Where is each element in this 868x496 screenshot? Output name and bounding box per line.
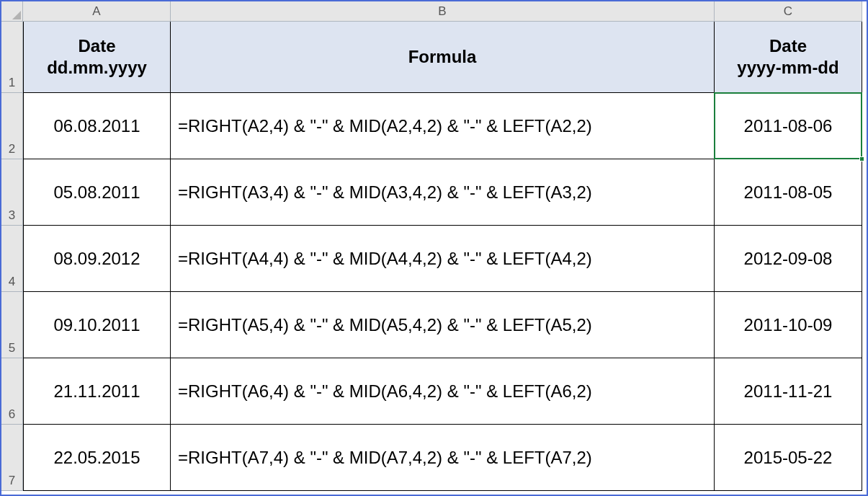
row-header-3[interactable]: 3 [1, 159, 23, 226]
cell-value: =RIGHT(A6,4) & "-" & MID(A6,4,2) & "-" &… [178, 381, 592, 402]
header-C-text: Date yyyy-mm-dd [737, 35, 838, 79]
cell-B6[interactable]: =RIGHT(A6,4) & "-" & MID(A6,4,2) & "-" &… [171, 358, 715, 425]
cell-B5[interactable]: =RIGHT(A5,4) & "-" & MID(A5,4,2) & "-" &… [171, 292, 715, 358]
row-header-5[interactable]: 5 [1, 292, 23, 358]
cell-C5[interactable]: 2011-10-09 [715, 292, 862, 358]
column-headers: A B C [23, 1, 862, 22]
cell-value: 22.05.2015 [53, 448, 140, 468]
cell-A5[interactable]: 09.10.2011 [23, 292, 171, 358]
spreadsheet: A B C 1234567 Date dd.mm.yyyy Formula Da… [0, 0, 868, 496]
cell-value: =RIGHT(A4,4) & "-" & MID(A4,4,2) & "-" &… [178, 249, 592, 269]
cell-C6[interactable]: 2011-11-21 [715, 358, 862, 425]
cell-value: =RIGHT(A7,4) & "-" & MID(A7,4,2) & "-" &… [178, 448, 592, 468]
header-cell-B[interactable]: Formula [171, 22, 715, 93]
row-header-7[interactable]: 7 [1, 425, 23, 491]
table-row: 08.09.2012=RIGHT(A4,4) & "-" & MID(A4,4,… [23, 226, 867, 292]
cell-C4[interactable]: 2012-09-08 [715, 226, 862, 292]
cell-A3[interactable]: 05.08.2011 [23, 159, 171, 226]
cell-value: 2011-08-06 [744, 116, 833, 136]
table-row: 22.05.2015=RIGHT(A7,4) & "-" & MID(A7,4,… [23, 425, 867, 491]
row-header-2[interactable]: 2 [1, 93, 23, 159]
table-row: 21.11.2011=RIGHT(A6,4) & "-" & MID(A6,4,… [23, 358, 867, 425]
table-row: 06.08.2011=RIGHT(A2,4) & "-" & MID(A2,4,… [23, 93, 867, 159]
cell-B7[interactable]: =RIGHT(A7,4) & "-" & MID(A7,4,2) & "-" &… [171, 425, 715, 491]
cell-C2[interactable]: 2011-08-06 [715, 93, 862, 159]
header-cell-A[interactable]: Date dd.mm.yyyy [23, 22, 171, 93]
col-header-A[interactable]: A [23, 1, 171, 22]
cell-A6[interactable]: 21.11.2011 [23, 358, 171, 425]
header-row: Date dd.mm.yyyy Formula Date yyyy-mm-dd [23, 22, 867, 93]
cell-value: =RIGHT(A3,4) & "-" & MID(A3,4,2) & "-" &… [178, 182, 592, 203]
cell-B3[interactable]: =RIGHT(A3,4) & "-" & MID(A3,4,2) & "-" &… [171, 159, 715, 226]
cell-value: 2011-10-09 [744, 315, 833, 335]
cell-value: 2011-11-21 [744, 381, 833, 402]
row-header-4[interactable]: 4 [1, 226, 23, 292]
cell-A2[interactable]: 06.08.2011 [23, 93, 171, 159]
cell-value: 2015-05-22 [744, 448, 833, 468]
row-header-6[interactable]: 6 [1, 358, 23, 425]
cell-grid: Date dd.mm.yyyy Formula Date yyyy-mm-dd … [23, 22, 867, 491]
cell-value: =RIGHT(A2,4) & "-" & MID(A2,4,2) & "-" &… [178, 116, 592, 136]
table-row: 09.10.2011=RIGHT(A5,4) & "-" & MID(A5,4,… [23, 292, 867, 358]
col-header-C[interactable]: C [715, 1, 862, 22]
header-A-text: Date dd.mm.yyyy [47, 35, 147, 79]
cell-C7[interactable]: 2015-05-22 [715, 425, 862, 491]
cell-value: 08.09.2012 [53, 249, 140, 269]
cell-A4[interactable]: 08.09.2012 [23, 226, 171, 292]
col-header-B[interactable]: B [171, 1, 715, 22]
cell-value: 06.08.2011 [53, 116, 140, 136]
cell-B4[interactable]: =RIGHT(A4,4) & "-" & MID(A4,4,2) & "-" &… [171, 226, 715, 292]
header-B-text: Formula [408, 46, 477, 68]
cell-A7[interactable]: 22.05.2015 [23, 425, 171, 491]
cell-C3[interactable]: 2011-08-05 [715, 159, 862, 226]
cell-B2[interactable]: =RIGHT(A2,4) & "-" & MID(A2,4,2) & "-" &… [171, 93, 715, 159]
header-cell-C[interactable]: Date yyyy-mm-dd [715, 22, 862, 93]
cell-value: 09.10.2011 [53, 315, 140, 335]
row-header-1[interactable]: 1 [1, 22, 23, 93]
cell-value: =RIGHT(A5,4) & "-" & MID(A5,4,2) & "-" &… [178, 315, 592, 335]
cell-value: 05.08.2011 [53, 182, 140, 203]
table-row: 05.08.2011=RIGHT(A3,4) & "-" & MID(A3,4,… [23, 159, 867, 226]
cell-value: 2012-09-08 [744, 249, 833, 269]
row-headers: 1234567 [1, 22, 23, 491]
select-all-corner[interactable] [1, 1, 23, 22]
cell-value: 2011-08-05 [744, 182, 833, 203]
cell-value: 21.11.2011 [53, 381, 140, 402]
